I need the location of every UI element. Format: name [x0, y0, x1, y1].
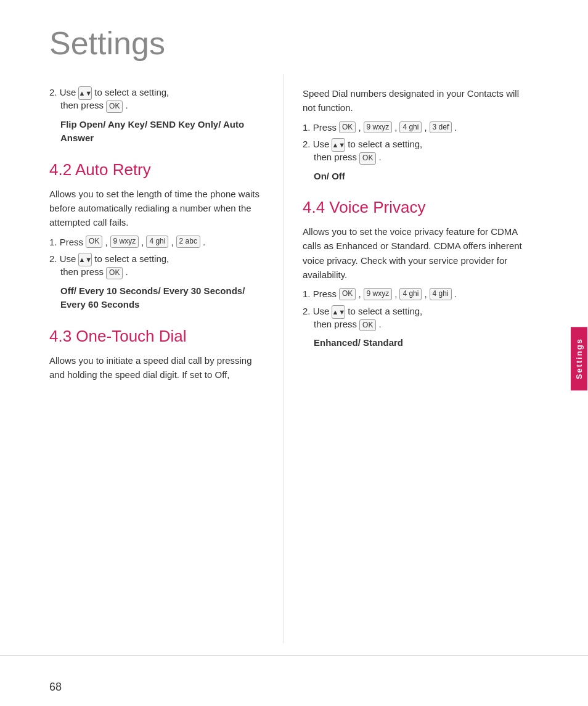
section-4-2-description: Allows you to set the length of time the…	[49, 187, 265, 230]
intro-arrow-icon: ▲▼	[78, 86, 92, 100]
right-step1-prefix: 1. Press	[303, 122, 337, 133]
right-step1: 1. Press OK , 9 wxyz , 4 ghi , 3 def .	[303, 121, 533, 134]
right-step1-ok: OK	[339, 121, 356, 134]
section-4-4-step2-line1: 2. Use ▲▼ to select a setting,	[303, 305, 533, 319]
right-step2-ok: OK	[359, 152, 376, 165]
step1-ok-key: OK	[86, 236, 102, 248]
section-4-4-step1: 1. Press OK , 9 wxyz , 4 ghi , 4 ghi .	[303, 288, 533, 300]
step1-prefix: 1. Press	[49, 237, 83, 247]
step2-ok-key: OK	[106, 267, 123, 279]
step1-9-key: 9 wxyz	[110, 236, 139, 248]
intro-section: 2. Use ▲▼ to select a setting, then pres…	[49, 86, 265, 146]
44-step2-ok: OK	[359, 319, 376, 332]
section-4-2-step2-line2: then press OK .	[49, 266, 265, 279]
intro-options: Flip Open/ Any Key/ SEND Key Only/ Auto …	[60, 118, 265, 146]
44-step1-4a: 4 ghi	[399, 288, 422, 300]
page-container: Settings 2. Use ▲▼ to select a setting, …	[0, 0, 588, 706]
intro-then-text: then press	[60, 100, 104, 110]
section-4-3-heading: 4.3 One-Touch Dial	[49, 327, 265, 346]
right-step2-use: 2. Use	[303, 139, 329, 149]
intro-then-press: then press OK .	[49, 100, 265, 113]
intro-use-line: 2. Use ▲▼ to select a setting,	[49, 86, 265, 100]
content-area: 2. Use ▲▼ to select a setting, then pres…	[0, 74, 588, 643]
section-4-2-heading: 4.2 Auto Retry	[49, 160, 265, 179]
right-step2-arrow: ▲▼	[332, 138, 345, 152]
left-column: 2. Use ▲▼ to select a setting, then pres…	[0, 74, 284, 643]
intro-to-select: to select a setting,	[94, 87, 169, 97]
step1-4-key: 4 ghi	[146, 236, 168, 248]
44-step1-4b: 4 ghi	[430, 288, 452, 300]
section-4-2-options: Off/ Every 10 Seconds/ Every 30 Seconds/…	[60, 284, 265, 312]
section-4-2-step2-line1: 2. Use ▲▼ to select a setting,	[49, 253, 265, 266]
intro-period: .	[125, 100, 128, 110]
right-step2-options: On/ Off	[314, 170, 533, 184]
44-step1-9: 9 wxyz	[364, 288, 393, 300]
right-step2-line2: then press OK .	[303, 152, 533, 165]
44-step1-prefix: 1. Press	[303, 289, 337, 299]
bottom-separator	[0, 655, 588, 656]
step2-use-text: 2. Use	[49, 253, 76, 264]
right-step2-then: then press	[314, 152, 357, 162]
step1-2-key: 2 abc	[176, 236, 200, 248]
right-step1-4a: 4 ghi	[399, 121, 422, 134]
44-step2-to-select: to select a setting,	[348, 306, 422, 316]
speed-dial-text: Speed Dial numbers designated in your Co…	[303, 86, 533, 115]
step2-to-select: to select a setting,	[94, 253, 169, 264]
sidebar-tab-container: Settings	[570, 74, 588, 643]
step2-arrow-icon: ▲▼	[78, 253, 92, 266]
44-step2-use: 2. Use	[303, 306, 329, 316]
section-4-4-heading: 4.4 Voice Privacy	[303, 198, 533, 217]
page-number: 68	[0, 668, 588, 706]
right-step2-to-select: to select a setting,	[348, 139, 422, 149]
section-4-4-options: Enhanced/ Standard	[314, 336, 533, 350]
step2-then-text: then press	[60, 266, 104, 277]
section-4-4-step2-line2: then press OK .	[303, 319, 533, 332]
44-step2-then: then press	[314, 319, 357, 329]
right-step1-3: 3 def	[430, 121, 452, 134]
intro-ok-btn: OK	[106, 101, 123, 113]
44-step1-ok: OK	[339, 288, 356, 300]
sidebar-label: Settings	[571, 327, 587, 390]
44-step2-arrow: ▲▼	[332, 305, 345, 319]
section-4-2-step1: 1. Press OK , 9 wxyz , 4 ghi , 2 abc .	[49, 236, 265, 248]
section-4-4-description: Allows you to set the voice privacy feat…	[303, 224, 533, 282]
page-title: Settings	[0, 0, 588, 74]
right-column: Speed Dial numbers designated in your Co…	[284, 74, 563, 643]
intro-use-text: 2. Use	[49, 87, 76, 97]
right-step1-9: 9 wxyz	[364, 121, 393, 134]
right-step2-line1: 2. Use ▲▼ to select a setting,	[303, 138, 533, 152]
section-4-3-description: Allows you to initiate a speed dial call…	[49, 353, 265, 382]
